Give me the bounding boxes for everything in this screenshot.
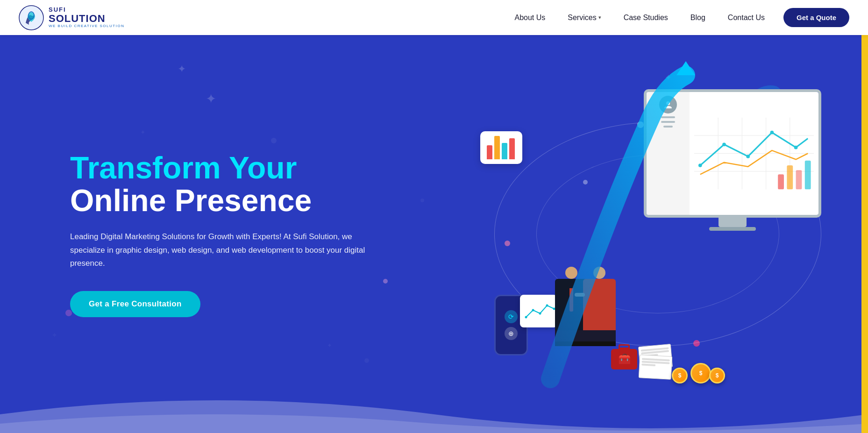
logo-sufi: SUFI [49,7,124,13]
deco-star-2: ✦ [206,91,216,106]
svg-point-13 [746,155,750,158]
coin-3: $ [709,368,725,383]
deco-star-6: ✦ [327,342,332,349]
nav-item-case-studies[interactable]: Case Studies [624,14,668,22]
nav-links: About Us Services ▾ Case Studies Blog Co… [514,14,765,22]
nav-link-services[interactable]: Services ▾ [568,14,601,22]
logo-tagline: WE BUILD CREATIVE SOLUTION [49,24,124,28]
person-2-shoes [583,341,616,346]
deco-purple-dot [383,279,388,284]
nav-item-blog[interactable]: Blog [690,14,705,22]
monitor-stand [719,218,747,227]
svg-point-14 [770,131,774,135]
analytics-mini-svg [524,298,556,322]
person-2 [583,267,616,346]
monitor-bar-2 [661,121,675,123]
svg-point-11 [698,163,702,167]
monitor-bar-3 [663,126,673,128]
logo-text: SUFI SOLUTION WE BUILD CREATIVE SOLUTION [49,7,124,28]
hero-illustration: ⟳ ⊕ [466,75,849,393]
coins-area: $ $ $ [672,363,725,383]
float-bar-2 [494,136,500,159]
float-chart-card [480,131,522,164]
hero-section: ✦ ✦ ✦ ✦ ✦ ✦ Transform Your Online Presen… [0,35,868,433]
svg-point-20 [525,316,527,319]
svg-point-12 [722,142,726,146]
nav-item-contact[interactable]: Contact Us [728,14,765,22]
logo[interactable]: SUFI SOLUTION WE BUILD CREATIVE SOLUTION [19,5,124,30]
nav-link-case-studies[interactable]: Case Studies [624,14,668,21]
person-2-legs [583,330,616,341]
svg-rect-18 [796,170,802,189]
monitor-screen [647,92,818,215]
monitor-device [644,89,821,229]
monitor-sidebar [647,92,690,215]
navbar: SUFI SOLUTION WE BUILD CREATIVE SOLUTION… [0,0,868,35]
chevron-down-icon: ▾ [598,14,601,21]
float-bar-4 [509,138,515,159]
person-1-tie [569,288,573,312]
toolbox-icon: 🧰 [611,349,637,369]
float-bar-3 [502,143,507,159]
doc-line-6 [641,363,655,366]
monitor-bar-1 [661,116,675,118]
hero-title-line2: Online Presence [70,185,369,217]
business-people [555,267,616,346]
deco-star-5: ✦ [51,331,57,340]
nav-item-about[interactable]: About Us [514,14,545,22]
get-quote-button[interactable]: Get a Quote [783,8,849,27]
hero-content: Transform Your Online Presence Leading D… [0,151,369,318]
coin-1: $ [672,368,688,383]
float-bar-1 [487,145,492,159]
analytics-mini-card [520,295,557,327]
float-chart-bars [487,136,516,159]
deco-circle-2 [420,199,424,202]
person-2-head [593,267,605,279]
deco-circle-1 [271,138,277,143]
monitor-chart-svg [694,97,814,210]
nav-item-services[interactable]: Services ▾ [568,14,601,22]
person-1-head [565,267,577,279]
nav-link-about[interactable]: About Us [514,14,545,21]
deco-circle-4 [364,358,369,363]
phone-icon-2: ⊕ [505,327,518,340]
monitor-base [709,227,756,231]
svg-rect-19 [805,161,811,189]
svg-point-15 [794,146,798,149]
hero-description: Leading Digital Marketing Solutions for … [70,230,369,271]
svg-point-21 [532,309,534,312]
deco-star-4: ✦ [140,128,146,136]
hero-title-line1: Transform Your [70,151,369,185]
monitor-avatar [659,96,677,114]
hero-cta-button[interactable]: Get a Free Consultation [70,291,200,317]
wave-bottom [0,386,868,433]
svg-point-23 [546,305,548,307]
logo-icon [19,5,44,30]
logo-solution: SOLUTION [49,13,124,24]
person-2-arm [575,293,585,297]
person-2-body [583,279,616,330]
svg-point-22 [539,312,541,315]
coin-2: $ [690,363,711,383]
deco-star-1: ✦ [178,63,186,75]
nav-link-contact[interactable]: Contact Us [728,14,765,21]
side-accent-bar [861,35,868,433]
svg-point-3 [666,101,670,105]
doc-page-front [639,355,673,380]
svg-rect-16 [778,174,784,189]
document-stack [639,345,672,379]
monitor-frame [644,89,821,218]
nav-link-blog[interactable]: Blog [690,14,705,21]
monitor-chart-area [690,92,818,215]
phone-icon-1: ⟳ [505,310,518,323]
svg-rect-17 [787,165,793,189]
